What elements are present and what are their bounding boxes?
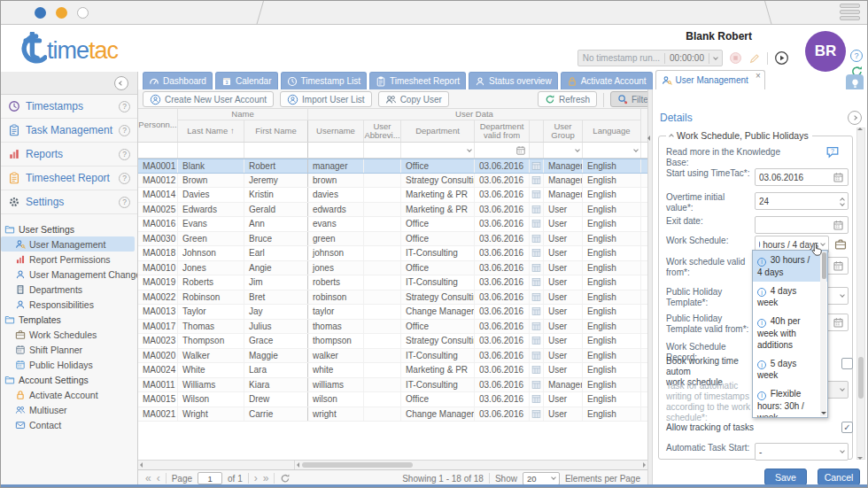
- table-h-scrollbar[interactable]: [138, 460, 647, 469]
- scroll-left2-icon[interactable]: [297, 462, 299, 468]
- tab-activate-account[interactable]: Activate Account: [561, 72, 653, 89]
- calendar-icon[interactable]: [833, 260, 844, 272]
- tab-close-icon[interactable]: ×: [756, 71, 761, 81]
- table-row[interactable]: MA0018JohnsonEarljohnsonIT-Consulting03.…: [138, 246, 647, 261]
- window-dot-blue[interactable]: [35, 7, 46, 19]
- sidebar-item-reports[interactable]: Reports?: [1, 143, 137, 167]
- table-row[interactable]: MA0011WilliamsKiarawilliamsIT-Consulting…: [138, 378, 647, 393]
- scroll-down-icon[interactable]: [857, 457, 863, 460]
- save-button[interactable]: Save: [764, 469, 807, 485]
- sidebar-item-task-management[interactable]: Task Management?: [1, 119, 137, 143]
- table-row[interactable]: MA0013TaylorJaytaylorChange Management03…: [138, 305, 647, 320]
- table-row[interactable]: MA0015WilsonDrewwilsonOffice03.06.2016Us…: [138, 392, 647, 407]
- tab-status-overview[interactable]: Status overview: [469, 72, 558, 89]
- window-dot-orange[interactable]: [56, 7, 67, 19]
- table-row[interactable]: MA0022RobinsonBretrobinsonStrategy Consu…: [138, 290, 647, 306]
- scroll-right-icon[interactable]: [643, 462, 646, 468]
- tree-item-contact[interactable]: Contact: [1, 417, 137, 432]
- filter-abbrev[interactable]: [364, 143, 401, 158]
- collapse-section-icon[interactable]: [669, 134, 674, 139]
- col-language[interactable]: Language: [583, 120, 641, 142]
- page-input[interactable]: 1: [198, 472, 222, 484]
- last-page-button[interactable]: »: [263, 474, 269, 483]
- table-row[interactable]: MA0023ThompsonGracethompsonStrategy Cons…: [138, 334, 647, 349]
- calendar-icon[interactable]: [833, 220, 844, 231]
- tab-timestamp-list[interactable]: Timestamp List: [281, 72, 367, 89]
- collapse-details-icon[interactable]: [647, 136, 650, 141]
- col-user-abbrev[interactable]: User Abbrevi...: [364, 120, 401, 142]
- tree-item-shift-planner[interactable]: Shift Planner: [1, 342, 137, 357]
- col-department[interactable]: Department: [401, 120, 475, 142]
- help-icon[interactable]: ?: [119, 197, 130, 208]
- create-new-user-button[interactable]: Create New User Account: [143, 91, 274, 107]
- col-last-name[interactable]: Last Name ↑: [178, 120, 244, 142]
- tab-calendar[interactable]: 3Calendar: [215, 72, 278, 89]
- avatar[interactable]: BR: [805, 31, 846, 72]
- timestamp-status-box[interactable]: No timestamp run... 00:00:00: [577, 50, 723, 66]
- tree-item-departments[interactable]: Departments: [1, 282, 137, 297]
- history-calendar-icon[interactable]: [530, 232, 544, 246]
- tree-item-report-permissions[interactable]: Report Permissions: [1, 252, 137, 267]
- help-icon[interactable]: ?: [119, 125, 130, 136]
- book-working-time-checkbox[interactable]: [841, 358, 853, 369]
- table-row[interactable]: MA0024WhiteLarawhiteMarketing & PR03.06.…: [138, 363, 647, 378]
- col-first-name[interactable]: First Name: [244, 120, 308, 142]
- browser-menu-icon[interactable]: [840, 4, 860, 22]
- tree-item-work-schedules[interactable]: Work Schedules: [1, 327, 137, 342]
- calendar-icon[interactable]: [833, 172, 844, 183]
- history-calendar-icon[interactable]: [530, 349, 544, 363]
- edit-timestamp-icon[interactable]: [748, 52, 761, 65]
- history-calendar-icon[interactable]: [530, 290, 544, 305]
- filter-first-name[interactable]: [244, 143, 308, 158]
- play-timestamp-icon[interactable]: [774, 50, 789, 66]
- filter-user-group[interactable]: [544, 143, 583, 158]
- history-calendar-icon[interactable]: [530, 275, 544, 290]
- work-schedule-option[interactable]: i Flexible hours: 30h / week: [753, 384, 827, 418]
- stop-timestamp-icon[interactable]: [729, 51, 742, 65]
- col-personnel[interactable]: Personn...: [138, 109, 178, 142]
- filter-department[interactable]: [401, 143, 475, 158]
- window-dot-white[interactable]: [77, 7, 89, 19]
- help-icon[interactable]: ?: [119, 149, 130, 160]
- filter-username[interactable]: [308, 143, 364, 158]
- table-row[interactable]: MA0001BlankRobertmanagerOffice03.06.2016…: [138, 159, 647, 174]
- kb-help-chat-icon[interactable]: ?: [825, 145, 840, 159]
- tree-item-templates[interactable]: Templates: [1, 312, 137, 327]
- refresh-button[interactable]: Refresh: [538, 91, 597, 107]
- history-calendar-icon[interactable]: [530, 188, 544, 202]
- history-calendar-icon[interactable]: [530, 203, 544, 217]
- help-icon[interactable]: ?: [850, 50, 863, 62]
- filter-personnel[interactable]: [138, 143, 178, 158]
- details-scrollbar[interactable]: [856, 128, 865, 460]
- exit-date-input[interactable]: [755, 216, 849, 234]
- table-row[interactable]: MA0021WrightCarriewrightChange Managemen…: [138, 407, 647, 422]
- table-row[interactable]: MA0016EvansAnnevansOffice03.06.2016UserE…: [138, 217, 647, 232]
- tree-item-public-holidays[interactable]: Public Holidays: [1, 357, 137, 372]
- cancel-button[interactable]: Cancel: [818, 469, 860, 485]
- auto-task-start-combo[interactable]: -: [755, 443, 849, 461]
- table-row[interactable]: MA0012BrownJeremybrownStrategy Consultin…: [138, 174, 647, 189]
- work-schedule-option[interactable]: i 4 days week: [753, 282, 827, 313]
- filter-last-name[interactable]: [178, 143, 244, 158]
- prev-page-button[interactable]: ‹: [157, 474, 160, 483]
- history-calendar-icon[interactable]: [530, 305, 544, 319]
- history-calendar-icon[interactable]: [530, 363, 544, 377]
- help-icon[interactable]: ?: [119, 173, 130, 184]
- col-username[interactable]: Username: [308, 120, 364, 142]
- history-calendar-icon[interactable]: [530, 378, 544, 392]
- work-schedule-option[interactable]: i 40h per week with additions: [753, 312, 827, 354]
- tree-item-user-management[interactable]: User Management: [1, 236, 135, 252]
- tab-timesheet-report[interactable]: Timesheet Report: [369, 72, 466, 89]
- history-calendar-icon[interactable]: [530, 159, 544, 173]
- sidebar-item-timesheet-report[interactable]: Timesheet Report?: [1, 167, 137, 190]
- work-schedule-option[interactable]: i 5 days week: [753, 354, 827, 385]
- start-date-input[interactable]: 03.06.2016: [755, 168, 849, 186]
- scroll-up-icon[interactable]: [857, 128, 863, 130]
- timer-chevron-icon[interactable]: [713, 55, 718, 60]
- scroll-thumb[interactable]: [302, 462, 413, 468]
- spinner-icons[interactable]: [841, 197, 844, 205]
- collapse-details-button[interactable]: [848, 111, 862, 125]
- col-dept-valid-from[interactable]: Department valid from: [475, 120, 530, 142]
- tree-item-user-settings[interactable]: User Settings: [1, 221, 137, 236]
- history-calendar-icon[interactable]: [530, 407, 544, 422]
